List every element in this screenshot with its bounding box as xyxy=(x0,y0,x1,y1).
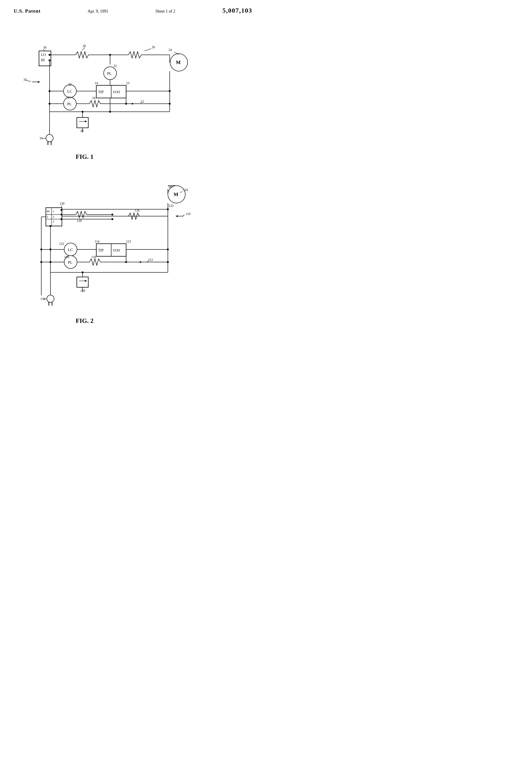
term-2-top: 2 xyxy=(53,215,54,218)
stat-label-2: STAT xyxy=(113,249,120,252)
ref-14: 14 xyxy=(95,81,98,85)
header-date: Apr. 9, 1991 xyxy=(87,9,108,14)
svg-marker-74 xyxy=(176,215,178,217)
svg-point-25 xyxy=(49,103,50,105)
ref-110: 110 xyxy=(186,212,190,216)
ref-26: 26 xyxy=(152,45,155,49)
svg-point-91 xyxy=(167,261,169,263)
svg-marker-46 xyxy=(38,81,40,83)
ref-16: 16 xyxy=(68,96,71,99)
tip-label-2: TIP xyxy=(98,248,104,252)
ref-20: 20 xyxy=(80,129,83,133)
ref-122: 122 xyxy=(59,242,64,246)
svg-point-31 xyxy=(169,103,170,105)
element-20-box xyxy=(77,117,88,128)
ref-34: 34 xyxy=(39,137,43,140)
ref-23: 23 xyxy=(126,81,129,85)
svg-point-104 xyxy=(47,295,54,303)
lc-label-2: LC xyxy=(68,248,73,252)
header-patent-office: U.S. Patent xyxy=(14,8,41,14)
svg-point-102 xyxy=(49,225,51,227)
pl-bottom-label: PL xyxy=(67,102,72,106)
svg-point-17 xyxy=(109,111,111,113)
svg-point-111 xyxy=(49,249,51,250)
ref-22: 22 xyxy=(68,82,72,86)
header-patent-number: 5,007,103 xyxy=(222,7,252,14)
svg-line-47 xyxy=(26,80,31,81)
motor-label-2: M xyxy=(174,191,179,197)
header-sheet: Sheet 1 of 2 xyxy=(155,9,175,14)
ref-28: 28 xyxy=(82,44,86,48)
ref-134: 134 xyxy=(40,297,45,300)
ref-18: 18 xyxy=(92,96,96,100)
svg-point-41 xyxy=(46,135,53,142)
ref-112: 112 xyxy=(148,258,153,261)
term-1: 1 xyxy=(53,210,54,213)
term-40: 40 xyxy=(46,210,49,213)
svg-line-44 xyxy=(42,138,46,139)
fig2-diagram: text { font-family: 'Times New Roman', T… xyxy=(9,174,257,339)
hi-label: HI xyxy=(41,58,45,62)
term-3: 3 xyxy=(46,215,48,218)
ref-114: 114 xyxy=(95,240,99,243)
ref-128: 128 xyxy=(77,219,82,222)
ref-118: 118 xyxy=(91,255,96,259)
svg-line-9 xyxy=(145,49,151,51)
element-120-box xyxy=(77,277,88,287)
motor-label: M xyxy=(176,60,181,65)
stat-label-text: STAT xyxy=(113,91,120,94)
svg-marker-33 xyxy=(131,103,133,105)
ref-24: 24 xyxy=(168,48,172,51)
svg-point-19 xyxy=(49,90,50,92)
svg-point-99 xyxy=(82,272,83,273)
svg-point-83 xyxy=(167,249,169,250)
svg-line-10 xyxy=(82,47,85,50)
ref-124: 124 xyxy=(183,188,188,191)
ref-126: 126 xyxy=(135,209,140,212)
svg-point-38 xyxy=(82,111,83,113)
ref-32: 32 xyxy=(114,64,117,68)
patent-page: U.S. Patent Apr. 9, 1991 Sheet 1 of 2 5,… xyxy=(0,0,266,391)
svg-point-23 xyxy=(169,90,170,92)
svg-point-69 xyxy=(111,214,113,215)
tip-label-text: TIP xyxy=(98,90,104,94)
ref-123: 123 xyxy=(126,240,131,243)
hi-label-2: HI xyxy=(168,185,173,189)
term-2-bot: 2 xyxy=(53,220,54,223)
patent-header: U.S. Patent Apr. 9, 1991 Sheet 1 of 2 5,… xyxy=(9,5,257,15)
svg-point-70 xyxy=(111,218,113,220)
ref-116: 116 xyxy=(64,255,69,259)
lo-label: LO xyxy=(41,53,46,57)
ref-130: 130 xyxy=(60,202,65,205)
svg-point-15 xyxy=(109,54,111,56)
svg-marker-93 xyxy=(139,261,141,263)
fig2-label: FIG. 2 xyxy=(76,317,93,324)
svg-line-75 xyxy=(183,215,185,216)
lo-label-2: LO xyxy=(168,204,174,208)
pl-label-2: PL xyxy=(68,260,72,264)
fig1-diagram: text { font-family: 'Times New Roman', T… xyxy=(9,15,257,171)
lc-label: LC xyxy=(67,89,72,94)
ref-30: 30 xyxy=(43,46,46,49)
ref-120: 120 xyxy=(80,289,85,292)
fig1-label: FIG. 1 xyxy=(76,153,93,160)
ref-10: 10 xyxy=(24,78,27,81)
pl-top-label: PL xyxy=(107,71,112,76)
